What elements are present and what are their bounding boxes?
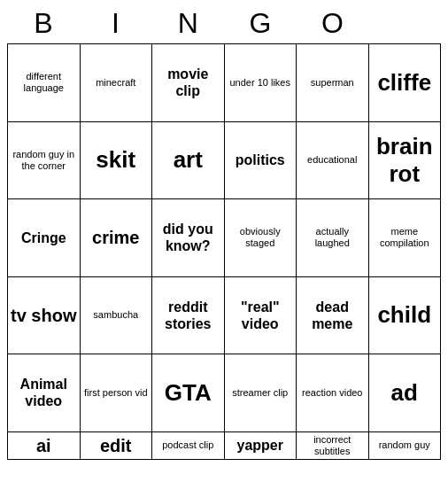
cell-text-22: dead meme — [298, 299, 367, 332]
bingo-cell-17: meme compilation — [369, 199, 442, 277]
bingo-cell-6: random guy in the corner — [8, 122, 81, 200]
bingo-cell-26: GTA — [152, 354, 225, 432]
bingo-cell-33: yapper — [225, 432, 297, 460]
bingo-cell-1: minecraft — [81, 44, 153, 122]
bingo-cell-0: different language — [8, 44, 81, 122]
cell-text-2: movie clip — [154, 66, 222, 99]
bingo-cell-15: obviously staged — [225, 199, 297, 277]
header-o: O — [297, 7, 369, 40]
cell-text-12: Cringe — [21, 229, 66, 246]
bingo-cell-23: child — [369, 277, 442, 355]
cell-text-23: child — [377, 301, 431, 329]
cell-text-5: cliffe — [377, 69, 431, 97]
bingo-cell-34: incorrect subtitles — [297, 432, 369, 460]
cell-text-21: "real" video — [227, 299, 295, 332]
bingo-cell-5: cliffe — [369, 44, 442, 122]
cell-text-15: obviously staged — [227, 226, 295, 249]
cell-text-20: reddit stories — [154, 299, 222, 332]
cell-text-31: edit — [100, 435, 132, 456]
bingo-cell-2: movie clip — [152, 44, 225, 122]
bingo-cell-18: tv show — [8, 277, 81, 355]
header-i: I — [80, 7, 152, 40]
cell-text-27: streamer clip — [232, 387, 288, 399]
cell-text-4: superman — [311, 77, 354, 89]
bingo-cell-27: streamer clip — [225, 354, 297, 432]
cell-text-17: meme compilation — [371, 226, 439, 249]
header-extra — [368, 7, 441, 40]
bingo-cell-10: educational — [297, 122, 369, 200]
bingo-cell-22: dead meme — [297, 277, 369, 355]
bingo-cell-21: "real" video — [225, 277, 297, 355]
cell-text-1: minecraft — [96, 77, 135, 89]
cell-text-16: actually laughed — [298, 226, 367, 249]
bingo-cell-13: crime — [81, 199, 153, 277]
bingo-grid: different languageminecraftmovie clipund… — [7, 43, 441, 460]
cell-text-29: ad — [391, 379, 418, 407]
cell-text-0: different language — [10, 71, 78, 94]
cell-text-26: GTA — [165, 379, 212, 407]
header-b: B — [7, 7, 80, 40]
bingo-cell-28: reaction video — [297, 354, 369, 432]
bingo-cell-25: first person vid — [81, 354, 153, 432]
bingo-cell-31: edit — [81, 432, 153, 460]
bingo-cell-11: brain rot — [369, 122, 442, 200]
cell-text-34: incorrect subtitles — [298, 434, 367, 457]
cell-text-7: skit — [96, 146, 135, 174]
bingo-cell-35: random guy — [369, 432, 442, 460]
cell-text-10: educational — [307, 154, 357, 166]
bingo-header: B I N G O — [7, 7, 441, 40]
bingo-cell-30: ai — [8, 432, 81, 460]
cell-text-18: tv show — [11, 305, 76, 326]
cell-text-33: yapper — [237, 437, 283, 454]
bingo-cell-29: ad — [369, 354, 442, 432]
bingo-cell-9: politics — [225, 122, 297, 200]
bingo-cell-7: skit — [81, 122, 153, 200]
bingo-cell-19: sambucha — [81, 277, 153, 355]
bingo-cell-32: podcast clip — [152, 432, 225, 460]
cell-text-3: under 10 likes — [230, 77, 291, 89]
cell-text-32: podcast clip — [162, 439, 213, 451]
cell-text-11: brain rot — [371, 133, 439, 188]
cell-text-9: politics — [236, 152, 285, 168]
cell-text-14: did you know? — [154, 221, 222, 254]
header-g: G — [224, 7, 297, 40]
cell-text-30: ai — [36, 435, 51, 456]
bingo-cell-24: Animal video — [8, 354, 81, 432]
bingo-cell-20: reddit stories — [152, 277, 225, 355]
cell-text-25: first person vid — [84, 387, 148, 399]
bingo-cell-16: actually laughed — [297, 199, 369, 277]
bingo-cell-8: art — [152, 122, 225, 200]
cell-text-8: art — [174, 146, 203, 174]
bingo-cell-3: under 10 likes — [225, 44, 297, 122]
header-n: N — [151, 7, 224, 40]
cell-text-19: sambucha — [93, 309, 138, 321]
cell-text-13: crime — [92, 227, 139, 248]
cell-text-28: reaction video — [302, 387, 363, 399]
cell-text-24: Animal video — [10, 376, 78, 409]
bingo-cell-12: Cringe — [8, 199, 81, 277]
bingo-cell-4: superman — [297, 44, 369, 122]
cell-text-35: random guy — [379, 439, 430, 451]
bingo-cell-14: did you know? — [152, 199, 225, 277]
cell-text-6: random guy in the corner — [10, 149, 78, 172]
